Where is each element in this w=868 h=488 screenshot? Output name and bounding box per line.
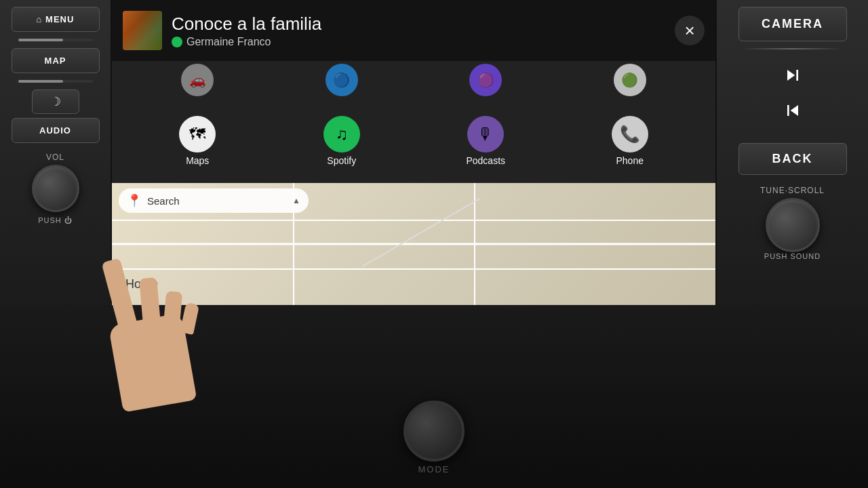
app-icon-small-4[interactable]: 🟢 bbox=[614, 64, 646, 96]
main-display: Conoce a la familia Germaine Franco × 🚗 … bbox=[112, 0, 715, 305]
camera-button[interactable]: CAMERA bbox=[738, 7, 847, 41]
volume-knob[interactable] bbox=[32, 165, 79, 212]
right-skip-forward-button[interactable] bbox=[774, 62, 812, 89]
app-phone[interactable]: 📞 Phone bbox=[596, 116, 664, 166]
app-icon-small-3[interactable]: 🟣 bbox=[469, 64, 502, 96]
left-control-panel: ⌂ MENU MAP ☽ AUDIO VOL PUSH ⏻ bbox=[0, 0, 112, 325]
spotify-icon: ♫ bbox=[323, 116, 360, 152]
audio-button[interactable]: AUDIO bbox=[12, 118, 100, 143]
map-road-h1 bbox=[112, 243, 715, 245]
app-icon-small-2[interactable]: 🔵 bbox=[326, 64, 358, 96]
search-text: Search bbox=[147, 195, 287, 207]
app-icons-section: 🚗 🔵 🟣 🟢 🗺 Maps ♫ Spotify 🎙 Podcasts 📞 Ph… bbox=[112, 61, 715, 183]
menu-underline bbox=[18, 39, 93, 41]
close-button[interactable]: × bbox=[675, 16, 705, 45]
right-skip-forward-icon bbox=[782, 64, 804, 86]
podcasts-icon: 🎙 bbox=[467, 116, 504, 152]
app-spotify[interactable]: ♫ Spotify bbox=[308, 116, 376, 166]
car-bottom-area: MODE bbox=[0, 305, 868, 488]
spotify-label: Spotify bbox=[327, 155, 356, 166]
maps-icon: 🗺 bbox=[179, 116, 216, 152]
camera-divider bbox=[742, 48, 844, 49]
home-label: Home bbox=[125, 277, 158, 291]
maps-label: Maps bbox=[186, 155, 209, 166]
map-road-h2 bbox=[112, 220, 715, 221]
right-skip-back-button[interactable] bbox=[774, 97, 812, 124]
tune-scroll-knob[interactable] bbox=[766, 198, 820, 252]
track-info: Conoce a la familia Germaine Franco bbox=[172, 14, 665, 48]
album-art bbox=[123, 11, 162, 50]
day-night-icon: ☽ bbox=[50, 95, 61, 108]
mode-knob[interactable] bbox=[403, 401, 465, 462]
day-night-button[interactable]: ☽ bbox=[32, 89, 79, 114]
map-underline bbox=[18, 80, 93, 83]
app-row-main: 🗺 Maps ♫ Spotify 🎙 Podcasts 📞 Phone bbox=[112, 99, 715, 183]
podcasts-label: Podcasts bbox=[466, 155, 505, 166]
vol-label: VOL bbox=[46, 152, 64, 162]
chevron-up-icon: ▲ bbox=[292, 196, 300, 205]
maps-pin-icon: 📍 bbox=[127, 193, 142, 208]
app-podcasts[interactable]: 🎙 Podcasts bbox=[452, 116, 519, 166]
app-icon-small-1[interactable]: 🚗 bbox=[181, 64, 214, 96]
right-skip-back-icon bbox=[782, 100, 804, 121]
right-control-panel: CAMERA BACK TUNE·SCROLL PUSH SOUND bbox=[715, 0, 868, 325]
app-row-2: 🚗 🔵 🟣 🟢 bbox=[112, 61, 715, 99]
volume-section: VOL PUSH ⏻ bbox=[5, 152, 105, 224]
map-section: 📍 Search ▲ Home bbox=[112, 183, 715, 305]
tune-scroll-label: TUNE·SCROLL bbox=[760, 186, 825, 195]
menu-button[interactable]: ⌂ MENU bbox=[12, 7, 100, 32]
mode-label: MODE bbox=[418, 464, 450, 474]
map-road-h3 bbox=[112, 268, 715, 270]
push-label: PUSH ⏻ bbox=[38, 216, 73, 224]
phone-label: Phone bbox=[616, 155, 644, 166]
back-button[interactable]: BACK bbox=[738, 143, 847, 175]
map-search-bar[interactable]: 📍 Search ▲ bbox=[119, 188, 309, 213]
spotify-indicator bbox=[172, 37, 182, 47]
app-maps[interactable]: 🗺 Maps bbox=[163, 116, 231, 166]
map-button[interactable]: MAP bbox=[12, 48, 100, 73]
phone-icon: 📞 bbox=[612, 116, 648, 152]
tune-scroll-section: TUNE·SCROLL PUSH SOUND bbox=[722, 186, 863, 260]
map-road-diag bbox=[362, 198, 480, 267]
push-sound-label: PUSH SOUND bbox=[764, 252, 821, 260]
track-title: Conoce a la familia bbox=[172, 14, 665, 35]
home-icon: ⌂ bbox=[37, 14, 43, 24]
now-playing-bar: Conoce a la familia Germaine Franco × bbox=[112, 0, 715, 61]
mode-knob-area: MODE bbox=[403, 401, 465, 474]
track-artist: Germaine Franco bbox=[172, 36, 665, 48]
